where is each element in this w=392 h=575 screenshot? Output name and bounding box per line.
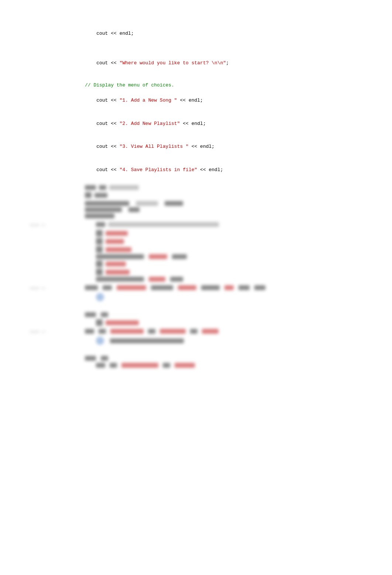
code-line-6: cout << "4. Save Playlists in file" << e… <box>85 159 385 181</box>
code-line-4: cout << "2. Add New Playlist" << endl; <box>85 112 385 135</box>
code-line-1: cout << endl; <box>85 22 385 45</box>
code-line-comment: // Display the menu of choices. <box>85 82 385 89</box>
blurred-code-section: case 1: <box>85 185 385 368</box>
code-line-5: cout << "3. View All Playlists " << endl… <box>85 135 385 158</box>
code-line-3: cout << "1. Add a New Song " << endl; <box>85 89 385 112</box>
code-line-2: cout << "Where would you like to start? … <box>85 52 385 75</box>
code-editor: cout << endl; cout << "Where would you l… <box>78 22 392 368</box>
